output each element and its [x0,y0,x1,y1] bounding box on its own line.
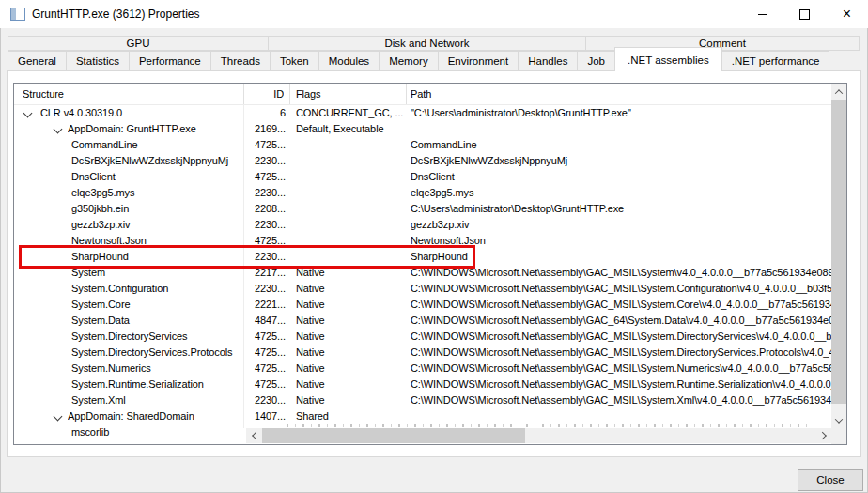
cell-flags [296,233,407,249]
tab-general[interactable]: General [8,51,67,71]
cell-flags: Default, Executable [296,121,407,137]
close-icon: × [843,7,851,22]
close-button[interactable]: Close [798,469,863,491]
table-row[interactable]: System.Configuration2230...NativeC:\WIND… [14,281,846,297]
column-divider[interactable] [243,84,244,104]
minimize-button[interactable] [741,0,783,28]
cell-structure: System.Core [71,297,242,313]
window-title: GruntHTTP.exe (3612) Properties [32,0,200,28]
maximize-button[interactable] [783,0,826,28]
close-window-button[interactable]: × [826,0,868,28]
cell-flags [296,153,407,169]
tab-environment[interactable]: Environment [438,51,519,71]
column-divider[interactable] [406,84,407,104]
cell-id: 2230... [243,281,286,297]
cell-id: 2230... [243,393,286,408]
table-row[interactable]: DnsClient4725...DnsClient [14,169,846,185]
cell-path: "C:\Users\administrator\Desktop\GruntHTT… [411,105,831,121]
table-row[interactable]: SharpHound2230...SharpHound [14,249,846,265]
cell-path: CommandLine [411,137,831,153]
chevron-down-icon[interactable] [23,109,33,118]
scroll-left-button[interactable] [246,428,262,443]
cell-structure: elqe3pg5.mys [71,185,242,201]
scroll-up-button[interactable] [831,84,846,100]
cell-structure: DcSrBXjkENlwWZdxsskjNppnyuMj [71,153,242,169]
cell-id: 2230... [243,249,286,265]
cell-flags: CONCURRENT_GC, ... [296,105,407,121]
tab-modules[interactable]: Modules [318,51,380,71]
cell-flags: Native [296,393,407,408]
column-header-structure[interactable]: Structure [23,84,239,104]
cell-flags: Native [296,345,407,361]
table-row[interactable]: System.DirectoryServices.Protocols4725..… [14,345,846,361]
cell-structure: SharpHound [71,249,242,265]
column-header-flags[interactable]: Flags [296,84,401,104]
chevron-down-icon[interactable] [54,125,63,134]
cell-structure: System.Runtime.Serialization [71,377,242,393]
table-row[interactable]: System.Xml2230...NativeC:\WINDOWS\Micros… [14,393,846,408]
cell-id: 1407... [243,408,286,424]
cell-id: 4725... [243,233,286,249]
tab-job[interactable]: Job [577,51,615,71]
cell-path: C:\WINDOWS\Microsoft.Net\assembly\GAC_MS… [411,297,831,313]
tab-token[interactable]: Token [270,51,319,71]
cell-structure: g350jkbh.ein [71,201,242,217]
table-row[interactable]: gezzb3zp.xiv2230...gezzb3zp.xiv [14,217,846,233]
table-row[interactable]: DcSrBXjkENlwWZdxsskjNppnyuMj2230...DcSrB… [14,153,846,169]
cell-flags [296,169,407,185]
cell-path: SharpHound [411,249,831,265]
app-icon [10,8,25,21]
table-row[interactable]: System.DirectoryServices4725...NativeC:\… [14,329,846,345]
column-header-id[interactable]: ID [243,84,284,104]
cell-id: 2230... [243,217,286,233]
table-row[interactable]: System.Numerics4725...NativeC:\WINDOWS\M… [14,361,846,377]
table-row[interactable]: CommandLine4725...CommandLine [14,137,846,153]
cell-id: 4725... [243,329,286,345]
cell-structure: DnsClient [71,169,242,185]
table-row[interactable]: Newtonsoft.Json4725...Newtonsoft.Json [14,233,846,249]
cell-id: 2221... [243,297,286,313]
table-row[interactable]: elqe3pg5.mys2230...elqe3pg5.mys [14,185,846,201]
scroll-left-icon [252,432,259,439]
vertical-scrollbar[interactable] [831,84,846,428]
scroll-down-button[interactable] [831,412,846,428]
table-header: Structure ID Flags Path [14,84,846,105]
table-row[interactable]: System.Runtime.Serialization4725...Nativ… [14,377,846,393]
vertical-scrollbar-thumb[interactable] [831,100,846,404]
cell-path: gezzb3zp.xiv [411,217,831,233]
horizontal-scrollbar[interactable] [246,428,831,443]
cell-path: C:\WINDOWS\Microsoft.Net\assembly\GAC_MS… [411,265,831,281]
title-bar[interactable]: GruntHTTP.exe (3612) Properties × [0,0,868,28]
cell-flags: Shared [296,408,407,424]
tab-handles[interactable]: Handles [518,51,578,71]
table-row[interactable]: System.Core2221...NativeC:\WINDOWS\Micro… [14,297,846,313]
table-row[interactable]: AppDomain: SharedDomain1407...Shared [14,408,846,424]
tab-threads[interactable]: Threads [210,51,271,71]
horizontal-scrollbar-thumb[interactable] [262,428,525,443]
tab-disk-and-network[interactable]: Disk and Network [268,36,586,51]
tab-memory[interactable]: Memory [379,51,439,71]
table-row[interactable]: g350jkbh.ein2208...C:\Users\administrato… [14,201,846,217]
cell-flags: Native [296,361,407,377]
table-row[interactable]: AppDomain: GruntHTTP.exe2169...Default, … [14,121,846,137]
table-row[interactable]: System2217...NativeC:\WINDOWS\Microsoft.… [14,265,846,281]
assemblies-tree-table[interactable]: Structure ID Flags Path CLR v4.0.30319.0… [13,83,847,445]
column-header-path[interactable]: Path [411,84,692,104]
scroll-right-button[interactable] [815,428,831,443]
cell-path [411,121,831,137]
tab-net-assemblies[interactable]: .NET assemblies [614,47,722,71]
cell-id: 2230... [243,153,286,169]
column-divider[interactable] [289,84,290,104]
chevron-down-icon[interactable] [54,412,63,422]
table-row[interactable]: System.Data4847...NativeC:\WINDOWS\Micro… [14,313,846,329]
maximize-icon [799,9,810,20]
table-row[interactable]: CLR v4.0.30319.06CONCURRENT_GC, ..."C:\U… [14,105,846,121]
tab-statistics[interactable]: Statistics [66,51,130,71]
tab-gpu[interactable]: GPU [8,36,269,51]
tab-net-performance[interactable]: .NET performance [721,51,830,71]
cell-flags: Native [296,377,407,393]
table-body: CLR v4.0.30319.06CONCURRENT_GC, ..."C:\U… [14,105,846,444]
cell-flags: Native [296,281,407,297]
cell-structure: gezzb3zp.xiv [71,217,242,233]
tab-performance[interactable]: Performance [129,51,211,71]
